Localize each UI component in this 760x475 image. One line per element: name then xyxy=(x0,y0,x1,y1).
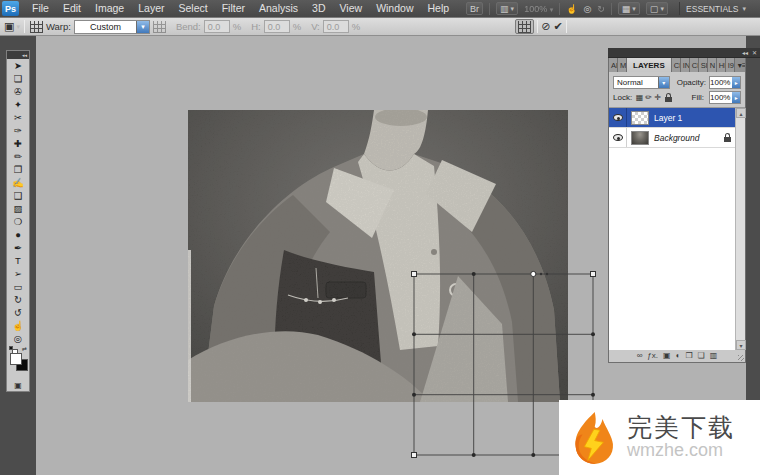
panel-menu-icon[interactable]: ▾≡ xyxy=(735,58,745,72)
zoom-level-field[interactable]: 100% ▾ xyxy=(524,4,553,14)
menu-item[interactable]: File xyxy=(25,0,56,17)
blend-mode-select[interactable]: Normal ▾ xyxy=(613,76,670,89)
visibility-toggle[interactable] xyxy=(609,108,627,127)
swap-colors-icon[interactable]: ⇄ xyxy=(22,345,27,352)
crop-tool[interactable]: ✂ xyxy=(7,111,29,124)
scroll-up-icon[interactable]: ▴ xyxy=(736,108,746,118)
tool-icon: ▨ xyxy=(14,203,23,214)
lock-pixels-icon[interactable]: ✏ xyxy=(644,93,653,102)
fill-field[interactable]: 100% ▸ xyxy=(709,91,741,104)
history-brush-tool[interactable]: ✍ xyxy=(7,176,29,189)
hand-tool-button[interactable]: ☝ xyxy=(566,4,577,14)
panel-tab-clipped[interactable]: N xyxy=(708,58,717,72)
scroll-down-icon[interactable]: ▾ xyxy=(736,340,746,350)
panel-tab-clipped[interactable]: Cl xyxy=(672,58,681,72)
close-panel-icon[interactable]: ✕ xyxy=(752,50,757,56)
watermark-title: 完美下载 xyxy=(627,414,735,442)
zoom-tool[interactable]: ◎ xyxy=(7,332,29,345)
tool-preset-icon: ▣ xyxy=(4,20,14,33)
rectangular-marquee-tool[interactable]: ❏ xyxy=(7,72,29,85)
visibility-toggle[interactable] xyxy=(609,128,627,147)
hand-tool[interactable]: ☝ xyxy=(7,319,29,332)
layer-row-background[interactable]: Background xyxy=(609,128,745,148)
move-tool[interactable]: ➤ xyxy=(7,59,29,72)
new-layer-icon[interactable]: ❏ xyxy=(698,350,705,362)
dodge-tool[interactable]: ● xyxy=(7,228,29,241)
type-tool[interactable]: T xyxy=(7,254,29,267)
menu-item[interactable]: Image xyxy=(88,0,131,17)
eraser-tool[interactable]: ❑ xyxy=(7,189,29,202)
watermark-domain: wmzhe.com xyxy=(627,441,735,461)
new-group-icon[interactable]: ❒ xyxy=(685,350,692,362)
panel-tab-clipped[interactable]: Sl xyxy=(699,58,708,72)
bend-field[interactable]: 0.0 xyxy=(204,20,230,33)
workspace-switcher[interactable]: ESSENTIALS ▾ xyxy=(679,2,752,15)
cancel-transform-button[interactable]: ⊘ xyxy=(541,20,550,33)
panel-tab-clipped[interactable]: Al xyxy=(609,58,618,72)
view-extras-button[interactable]: ▥ ▾ xyxy=(496,2,518,15)
delete-layer-icon[interactable]: ▥ xyxy=(710,350,718,362)
layer-thumbnail[interactable] xyxy=(631,111,649,125)
foreground-color-swatch[interactable] xyxy=(10,353,22,365)
spot-healing-brush-tool[interactable]: ✚ xyxy=(7,137,29,150)
shape-tool[interactable]: ▭ xyxy=(7,280,29,293)
app-logo[interactable]: Ps xyxy=(2,1,19,16)
chevron-right-icon: ▸ xyxy=(732,92,740,103)
pen-tool[interactable]: ✒ xyxy=(7,241,29,254)
add-layer-mask-icon[interactable]: ▣ xyxy=(663,350,671,362)
menu-item[interactable]: View xyxy=(333,0,370,17)
panel-tab-clipped[interactable]: M xyxy=(618,58,627,72)
tool-preset-picker[interactable]: ▣ ▾ xyxy=(0,18,24,35)
quick-selection-tool[interactable]: ✦ xyxy=(7,98,29,111)
collapse-dock-icon[interactable]: ◂◂ xyxy=(22,53,27,58)
blur-tool[interactable]: ❍ xyxy=(7,215,29,228)
quick-mask-icon: ▣ xyxy=(14,381,22,390)
layers-scrollbar[interactable]: ▴ ▾ xyxy=(735,108,745,350)
3d-rotate-tool[interactable]: ↻ xyxy=(7,293,29,306)
clone-stamp-tool[interactable]: ❐ xyxy=(7,163,29,176)
menu-item[interactable]: Analysis xyxy=(252,0,305,17)
panel-tab-clipped[interactable]: Cl xyxy=(690,58,699,72)
tab-layers[interactable]: LAYERS xyxy=(627,58,672,72)
zoom-tool-button[interactable]: ◎ xyxy=(583,4,591,14)
layer-style-icon[interactable]: ƒx. xyxy=(647,350,658,362)
eyedropper-tool[interactable]: ✑ xyxy=(7,124,29,137)
v-field[interactable]: 0.0 xyxy=(323,20,349,33)
menu-item[interactable]: Filter xyxy=(215,0,252,17)
panel-tab-clipped[interactable]: I9 xyxy=(726,58,735,72)
panel-resize-grip[interactable] xyxy=(738,355,744,361)
quick-mask-button[interactable]: ▣ xyxy=(7,379,29,391)
layer-row-layer1[interactable]: Layer 1 xyxy=(609,108,745,128)
gradient-tool[interactable]: ▨ xyxy=(7,202,29,215)
panel-tab-clipped[interactable]: IN xyxy=(681,58,690,72)
menu-item[interactable]: Help xyxy=(420,0,456,17)
menu-item[interactable]: Layer xyxy=(131,0,171,17)
toggle-warp-mode-button[interactable] xyxy=(515,19,534,34)
lasso-tool[interactable]: ✇ xyxy=(7,85,29,98)
warp-orientation-icon[interactable] xyxy=(153,21,166,33)
menu-item[interactable]: 3D xyxy=(305,0,332,17)
link-layers-icon[interactable]: ∞ xyxy=(637,350,643,362)
opacity-field[interactable]: 100% ▸ xyxy=(709,76,741,89)
panel-tab-clipped[interactable]: Hl xyxy=(717,58,726,72)
layer-thumbnail[interactable] xyxy=(631,131,649,145)
brush-tool[interactable]: ✏ xyxy=(7,150,29,163)
warp-style-select[interactable]: Custom ▾ xyxy=(74,20,150,34)
launch-bridge-button[interactable]: Br xyxy=(466,2,483,15)
rotate-view-button[interactable]: ↻ xyxy=(597,4,605,14)
menu-item[interactable]: Edit xyxy=(56,0,88,17)
screen-mode-button[interactable]: ▢ ▾ xyxy=(646,2,668,15)
lock-transparency-icon[interactable]: ▦ xyxy=(635,93,644,102)
path-selection-tool[interactable]: ➢ xyxy=(7,267,29,280)
arrange-documents-button[interactable]: ▦ ▾ xyxy=(618,2,640,15)
lock-all-icon[interactable] xyxy=(665,97,672,102)
default-colors-icon[interactable] xyxy=(9,346,13,350)
new-adjustment-layer-icon[interactable]: ◐ xyxy=(676,350,681,362)
h-field[interactable]: 0.0 xyxy=(264,20,290,33)
commit-transform-button[interactable]: ✔ xyxy=(553,20,562,33)
lock-position-icon[interactable]: ✛ xyxy=(653,93,662,102)
menu-item[interactable]: Select xyxy=(171,0,214,17)
collapse-panels-icon[interactable]: ◂◂ xyxy=(742,50,748,56)
3d-orbit-tool[interactable]: ↺ xyxy=(7,306,29,319)
menu-item[interactable]: Window xyxy=(369,0,420,17)
